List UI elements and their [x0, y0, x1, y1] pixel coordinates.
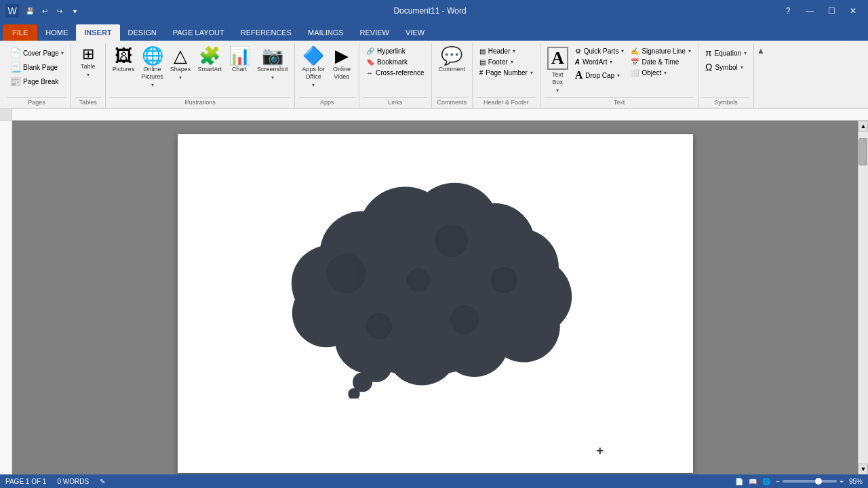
equation-arrow: ▾ — [744, 50, 747, 56]
tab-page-layout[interactable]: PAGE LAYOUT — [165, 24, 233, 41]
online-pictures-icon: 🌐 — [142, 47, 163, 64]
scroll-track[interactable] — [859, 131, 868, 464]
svg-point-23 — [450, 305, 479, 334]
hyperlink-btn[interactable]: 🔗 Hyperlink — [363, 46, 427, 56]
header-footer-buttons: ▤ Header ▾ ▤ Footer ▾ # Page Number ▾ — [477, 45, 536, 96]
tab-design[interactable]: DESIGN — [120, 24, 165, 41]
ribbon-group-apps: 🔷 Apps forOffice ▾ ▶ OnlineVideo Apps — [295, 43, 359, 108]
scroll-up-btn[interactable]: ▲ — [859, 121, 868, 131]
online-video-btn[interactable]: ▶ OnlineVideo — [329, 45, 355, 83]
screenshot-btn[interactable]: 📷 Screenshot ▾ — [254, 45, 291, 83]
scroll-down-btn[interactable]: ▼ — [859, 464, 868, 474]
table-label: Table — [81, 63, 96, 70]
symbol-btn[interactable]: Ω Symbol ▾ — [703, 60, 749, 74]
ribbon-group-comments: 💬 Comment Comments — [432, 43, 473, 108]
maximize-btn[interactable]: ☐ — [822, 1, 841, 20]
table-btn[interactable]: ⊞ Table ▾ — [75, 45, 101, 80]
scroll-thumb[interactable] — [859, 138, 867, 165]
document-canvas[interactable]: + — [12, 121, 858, 474]
chart-btn[interactable]: 📊 Chart — [226, 45, 253, 75]
read-mode-view-btn[interactable]: 📖 — [749, 478, 757, 485]
symbols-col: π Equation ▾ Ω Symbol ▾ — [703, 46, 749, 74]
signature-line-label: Signature Line — [642, 47, 686, 55]
word-count: 0 WORDS — [57, 478, 89, 485]
signature-line-btn[interactable]: ✍ Signature Line ▾ — [628, 46, 694, 56]
object-btn[interactable]: ⬜ Object ▾ — [628, 68, 694, 78]
cross-reference-btn[interactable]: ↔ Cross-reference — [363, 68, 427, 78]
footer-btn[interactable]: ▤ Footer ▾ — [477, 57, 536, 67]
wordart-btn[interactable]: A WordArt ▾ — [572, 57, 627, 67]
text-box-btn[interactable]: A TextBox ▾ — [545, 45, 571, 96]
symbol-icon: Ω — [705, 62, 712, 73]
tab-mailings[interactable]: MAILINGS — [300, 24, 352, 41]
page-break-icon: 📰 — [9, 76, 21, 87]
page-number-label: Page Number — [486, 69, 528, 77]
sign-in-button[interactable]: Sign in — [831, 33, 865, 41]
pictures-btn[interactable]: 🖼 Pictures — [110, 45, 138, 75]
tab-insert[interactable]: INSERT — [76, 24, 119, 41]
drop-cap-btn[interactable]: A Drop Cap ▾ — [572, 68, 627, 83]
print-layout-view-btn[interactable]: 📄 — [735, 478, 743, 485]
header-label: Header — [488, 47, 511, 55]
ruler-corner[interactable] — [0, 108, 12, 121]
tab-file[interactable]: FILE — [3, 24, 37, 41]
undo-quick-btn[interactable]: ↩ — [38, 4, 52, 18]
page-break-btn[interactable]: 📰 Page Break — [7, 75, 66, 88]
bookmark-btn[interactable]: 🔖 Bookmark — [363, 57, 427, 67]
svg-point-19 — [326, 253, 366, 293]
help-btn[interactable]: ? — [778, 1, 797, 20]
web-layout-view-btn[interactable]: 🌐 — [762, 478, 770, 485]
comments-buttons: 💬 Comment — [436, 45, 468, 96]
header-footer-group-label: Header & Footer — [477, 97, 536, 108]
tab-references[interactable]: REFERENCES — [233, 24, 300, 41]
table-icon: ⊞ — [82, 47, 94, 62]
tab-view[interactable]: VIEW — [397, 24, 433, 41]
window-controls: ? — ☐ ✕ — [778, 1, 863, 20]
equation-btn[interactable]: π Equation ▾ — [703, 46, 749, 60]
blank-page-label: Blank Page — [23, 64, 58, 71]
blank-page-btn[interactable]: 📃 Blank Page — [7, 60, 66, 74]
header-arrow: ▾ — [513, 48, 515, 54]
online-pictures-btn[interactable]: 🌐 OnlinePictures ▾ — [138, 45, 166, 90]
ribbon-collapse-btn[interactable]: ▲ — [754, 43, 765, 108]
quick-parts-icon: ⚙ — [575, 47, 581, 55]
tab-home[interactable]: HOME — [37, 24, 76, 41]
close-btn[interactable]: ✕ — [844, 1, 863, 20]
zoom-track[interactable] — [783, 480, 837, 483]
page-number-arrow: ▾ — [530, 70, 533, 76]
ribbon-group-symbols: π Equation ▾ Ω Symbol ▾ Symbols — [698, 43, 754, 108]
customize-quick-access-btn[interactable]: ▾ — [68, 4, 81, 18]
shapes-btn[interactable]: △ Shapes ▾ — [167, 45, 194, 83]
zoom-out-btn[interactable]: − — [776, 478, 780, 485]
drop-cap-arrow: ▾ — [617, 73, 620, 79]
smartart-icon: 🧩 — [199, 47, 220, 64]
page-number-btn[interactable]: # Page Number ▾ — [477, 68, 536, 78]
zoom-slider[interactable]: − + — [776, 478, 844, 485]
screenshot-icon: 📷 — [262, 47, 283, 64]
shapes-label: Shapes — [170, 66, 191, 73]
chart-label: Chart — [232, 66, 247, 73]
comment-btn[interactable]: 💬 Comment — [436, 45, 468, 75]
zoom-in-btn[interactable]: + — [840, 478, 844, 485]
date-time-btn[interactable]: 📅 Date & Time — [628, 57, 694, 67]
scrollbar-vertical[interactable]: ▲ ▼ — [858, 121, 868, 474]
redo-quick-btn[interactable]: ↪ — [53, 4, 66, 18]
tab-review[interactable]: REVIEW — [352, 24, 397, 41]
save-quick-btn[interactable]: 💾 — [23, 4, 37, 18]
smartart-btn[interactable]: 🧩 SmartArt — [195, 45, 224, 75]
quick-parts-btn[interactable]: ⚙ Quick Parts ▾ — [572, 46, 627, 56]
minimize-btn[interactable]: — — [800, 1, 819, 20]
tables-buttons: ⊞ Table ▾ — [75, 45, 101, 96]
cover-page-btn[interactable]: 📄 Cover Page ▾ — [7, 46, 66, 60]
cursor-crosshair: + — [597, 444, 604, 458]
online-video-icon: ▶ — [335, 47, 349, 64]
header-btn[interactable]: ▤ Header ▾ — [477, 46, 536, 56]
document-page[interactable]: + — [178, 134, 693, 473]
zoom-thumb[interactable] — [815, 478, 822, 485]
cover-page-icon: 📄 — [9, 47, 21, 58]
quick-parts-label: Quick Parts — [584, 47, 619, 55]
chart-icon: 📊 — [229, 47, 250, 64]
apps-for-office-btn[interactable]: 🔷 Apps forOffice ▾ — [299, 45, 328, 90]
comment-icon: 💬 — [441, 47, 462, 64]
online-pictures-arrow: ▾ — [151, 82, 154, 88]
